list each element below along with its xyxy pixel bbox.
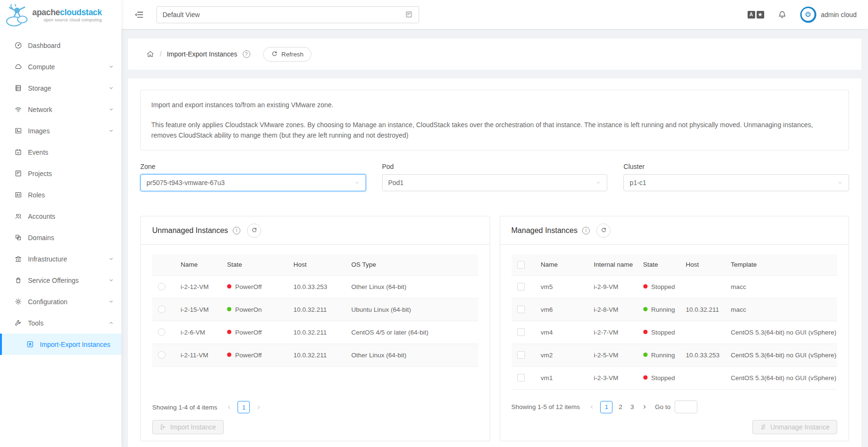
sidebar-item-service-offerings[interactable]: Service Offerings — [0, 270, 121, 291]
import-export-panel: Import and export instances to/from an e… — [128, 78, 861, 447]
sidebar-item-images[interactable]: Images — [0, 120, 121, 141]
cloudstack-logo: apachecloudstack open source cloud compu… — [0, 0, 121, 29]
prev-page-icon[interactable] — [225, 403, 233, 411]
table-row[interactable]: vm5 i-2-9-VM Stopped macc — [512, 275, 838, 298]
table-row[interactable]: i-2-12-VM PowerOff 10.0.33.253 Other Lin… — [152, 275, 478, 298]
table-row[interactable]: i-2-11-VM PowerOff 10.0.32.211 Other Lin… — [152, 344, 478, 366]
cell-state: Running — [638, 344, 680, 366]
cell-state: Stopped — [638, 321, 680, 344]
picture-icon — [14, 127, 22, 135]
status-dot — [643, 353, 648, 357]
sidebar-item-label: Service Offerings — [28, 277, 103, 284]
sidebar-item-events[interactable]: Events — [0, 141, 121, 163]
pod-filter: Pod Pod1 — [382, 163, 608, 191]
prev-page-icon[interactable] — [587, 403, 596, 411]
info-icon: i — [582, 227, 590, 234]
managed-pagination: Showing 1-5 of 12 items 1 2 3 Go to — [512, 392, 838, 413]
cell-template: CentOS 5.3(64-bit) no GUI (vSphere) — [725, 321, 838, 344]
managed-refresh-button[interactable] — [596, 224, 611, 238]
next-page-icon[interactable] — [254, 403, 263, 411]
row-checkbox[interactable] — [517, 306, 525, 313]
sidebar-nav: Dashboard Compute Storage Network Images… — [0, 29, 121, 447]
unmanage-instance-button[interactable]: Unmanage Instance — [752, 420, 837, 434]
zone-select-value: pr5075-t943-vmware-67u3 — [146, 179, 225, 186]
cloudstack-logo-text: apachecloudstack open source cloud compu… — [32, 9, 102, 22]
pod-select[interactable]: Pod1 — [382, 174, 608, 191]
zone-select[interactable]: pr5075-t943-vmware-67u3 — [140, 174, 366, 191]
page-1-button[interactable]: 1 — [600, 401, 612, 413]
cell-state: Stopped — [638, 275, 680, 298]
cell-state: PowerOff — [221, 321, 288, 344]
sidebar-item-compute[interactable]: Compute — [0, 56, 121, 77]
sidebar-item-projects[interactable]: Projects — [0, 163, 121, 184]
row-radio[interactable] — [158, 351, 165, 359]
menu-fold-icon[interactable] — [135, 10, 144, 19]
sidebar-item-storage[interactable]: Storage — [0, 77, 121, 99]
sidebar-item-tools[interactable]: Tools — [0, 312, 121, 334]
page-1-button[interactable]: 1 — [238, 401, 250, 413]
help-icon[interactable]: ? — [243, 50, 250, 58]
sidebar-item-infrastructure[interactable]: Infrastructure — [0, 248, 121, 270]
sidebar-item-roles[interactable]: Roles — [0, 184, 121, 205]
cell-internal-name: i-2-3-VM — [588, 366, 638, 389]
cell-template: CentOS 5.3(64-bit) no GUI (vSphere) — [725, 344, 838, 366]
chevron-up-icon — [109, 320, 114, 326]
table-row[interactable]: vm4 i-2-7-VM Stopped CentOS 5.3(64-bit) … — [512, 321, 838, 344]
row-checkbox[interactable] — [517, 351, 525, 359]
status-dot — [643, 307, 648, 311]
select-column-header — [152, 254, 175, 275]
sidebar-item-dashboard[interactable]: Dashboard — [0, 35, 121, 56]
cell-name: i-2-15-VM — [175, 298, 221, 321]
cluster-filter: Cluster p1-c1 — [623, 163, 849, 191]
table-row[interactable]: i-2-15-VM PowerOn 10.0.32.211 Ubuntu Lin… — [152, 298, 478, 321]
cell-host: 10.0.32.211 — [288, 344, 346, 366]
select-all-checkbox[interactable] — [517, 261, 525, 269]
sidebar-item-label: Events — [28, 149, 114, 156]
status-dot — [227, 284, 231, 289]
home-icon[interactable] — [146, 50, 155, 58]
cell-host — [680, 275, 725, 298]
row-radio[interactable] — [158, 306, 165, 313]
page-3-button[interactable]: 3 — [629, 403, 636, 410]
translation-icon[interactable]: A★ — [748, 11, 764, 19]
cell-state: Stopped — [638, 366, 680, 389]
row-checkbox[interactable] — [517, 374, 525, 382]
cell-os: Ubuntu Linux (64-bit) — [346, 298, 478, 321]
sidebar-item-configuration[interactable]: Configuration — [0, 291, 121, 312]
next-page-icon[interactable] — [640, 403, 649, 411]
table-row[interactable]: i-2-6-VM PowerOff 10.0.32.211 CentOS 4/5… — [152, 321, 478, 344]
refresh-button[interactable]: Refresh — [263, 47, 312, 62]
view-selector[interactable]: Default View — [156, 6, 419, 23]
chevron-down-icon — [109, 128, 114, 133]
row-radio[interactable] — [158, 328, 165, 336]
column-header: Host — [680, 254, 725, 275]
table-row[interactable]: vm1 i-2-3-VM Stopped CentOS 5.3(64-bit) … — [512, 366, 838, 389]
managed-instances-card: Managed Instances i Name Internal — [500, 216, 850, 441]
row-checkbox[interactable] — [517, 283, 525, 290]
status-dot — [227, 307, 231, 311]
cell-host — [680, 366, 725, 389]
cell-state: PowerOff — [221, 275, 288, 298]
cluster-select[interactable]: p1-c1 — [623, 174, 849, 191]
pod-select-value: Pod1 — [388, 179, 404, 186]
managed-title: Managed Instances — [512, 226, 578, 235]
interaction-icon — [26, 340, 34, 348]
row-checkbox[interactable] — [517, 328, 525, 336]
unmanaged-table: Name State Host OS Type i-2-12-VM PowerO… — [152, 254, 478, 367]
page-2-button[interactable]: 2 — [617, 403, 624, 410]
cell-name: i-2-6-VM — [175, 321, 221, 344]
import-instance-button[interactable]: Import Instance — [152, 420, 224, 434]
unmanaged-refresh-button[interactable] — [247, 224, 261, 238]
row-radio[interactable] — [158, 283, 165, 290]
cell-state: PowerOn — [221, 298, 288, 321]
sidebar-item-accounts[interactable]: Accounts — [0, 205, 121, 227]
sidebar-item-network[interactable]: Network — [0, 99, 121, 120]
cluster-select-value: p1-c1 — [630, 179, 646, 186]
user-menu[interactable]: admin cloud — [800, 7, 857, 23]
sidebar-item-domains[interactable]: Domains — [0, 227, 121, 248]
goto-page-input[interactable] — [675, 400, 697, 413]
bell-icon[interactable] — [777, 10, 787, 19]
table-row[interactable]: vm6 i-2-8-VM Running 10.0.32.211 macc — [512, 298, 838, 321]
sidebar-item-import-export-instances[interactable]: Import-Export Instances — [0, 334, 121, 355]
table-row[interactable]: vm2 i-2-5-VM Running 10.0.33.253 CentOS … — [512, 344, 838, 366]
